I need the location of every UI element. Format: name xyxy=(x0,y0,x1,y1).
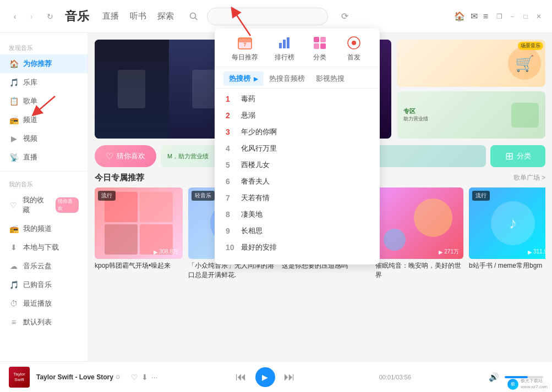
discover-icon xyxy=(345,35,363,51)
playlist-name-1: kpop韩团霸气开场•噪起来 xyxy=(95,261,183,270)
hot-item-6-title: 奢香夫人 xyxy=(241,176,270,186)
playlist-card-1[interactable]: 流行 ▶308.8万 kpop韩团霸气开场•噪起来 xyxy=(95,187,183,280)
hot-item-6[interactable]: 6 奢香夫人 xyxy=(215,173,380,190)
hot-item-7-title: 天若有情 xyxy=(241,193,270,203)
volume-icon[interactable]: 🔊 xyxy=(489,372,499,382)
sidebar-item-my-radio-label: 我的频道 xyxy=(23,224,52,234)
hot-item-5-title: 西楼儿女 xyxy=(241,160,270,170)
playlist-thumb-5: 流行 ▶311.9万 ♪ xyxy=(469,187,545,259)
refresh-button[interactable]: ↻ xyxy=(44,10,56,23)
sidebar-item-cloud-label: 音乐云盘 xyxy=(23,261,52,271)
mail-icon[interactable]: ✉ xyxy=(471,11,478,21)
sidebar-item-live[interactable]: 📡 直播 xyxy=(0,148,88,167)
svg-rect-9 xyxy=(283,40,286,48)
nav-link-audiobook[interactable]: 听书 xyxy=(130,11,146,21)
sidebar-item-favorites[interactable]: ♡ 我的收藏 猜你喜欢 xyxy=(0,191,88,219)
side-banners: 场景音乐 🛒 专区 助力营业绩 xyxy=(397,40,545,139)
sidebar: 发现音乐 🏠 为你推荐 🎵 乐库 📋 歌单 📻 频道 ▶ 视频 📡 直播 我的音… xyxy=(0,33,88,361)
rank-2: 2 xyxy=(226,111,236,120)
sidebar-item-default-list-label: 默认列表 xyxy=(23,317,52,327)
category-button[interactable]: ⊞ 分类 xyxy=(490,145,545,167)
section-link[interactable]: 歌单广场 > xyxy=(513,173,545,183)
dropdown-tab-rank[interactable]: 排行榜 xyxy=(275,35,294,62)
svg-text:7: 7 xyxy=(243,42,246,47)
playlist-name-4: 催眠纯音：晚安呐，美好的世界 xyxy=(375,261,463,280)
home-icon[interactable]: 🏠 xyxy=(454,11,465,21)
playlist-card-5[interactable]: 流行 ▶311.9万 ♪ b站手书 / meme常用bgm xyxy=(469,187,545,280)
search-input[interactable] xyxy=(207,8,328,25)
rank-7: 7 xyxy=(226,194,236,202)
sidebar-item-purchased-label: 已购音乐 xyxy=(23,280,52,290)
rank-9: 9 xyxy=(226,227,236,235)
hot-item-5[interactable]: 5 西楼儿女 xyxy=(215,157,380,173)
rank-1: 1 xyxy=(226,95,236,103)
hot-item-8[interactable]: 8 凄美地 xyxy=(215,206,380,223)
volume-slider[interactable] xyxy=(505,376,543,378)
rank-6: 6 xyxy=(226,177,236,186)
calendar-icon: 7 xyxy=(236,35,254,51)
search-icon-button[interactable] xyxy=(185,8,203,25)
dropdown-tab-category[interactable]: 分类 xyxy=(311,35,329,62)
dropdown-tabs: 7 每日推荐 排行榜 xyxy=(215,29,380,67)
hot-item-2[interactable]: 2 悬溺 xyxy=(215,107,380,124)
sidebar-item-purchased[interactable]: 🎵 已购音乐 xyxy=(0,275,88,294)
current-time: 00:01 xyxy=(379,374,395,380)
nav-links: 直播 听书 探索 xyxy=(102,11,174,21)
guess-button[interactable]: ♡ 猜你喜欢 xyxy=(95,145,156,167)
prev-button[interactable]: ⏮ xyxy=(236,371,247,383)
hot-item-1[interactable]: 1 毒药 xyxy=(215,91,380,107)
back-button[interactable]: ‹ xyxy=(9,10,21,23)
hot-item-3[interactable]: 3 年少的你啊 xyxy=(215,124,380,140)
dropdown-tab-daily[interactable]: 7 每日推荐 xyxy=(232,35,258,62)
download-button[interactable]: ⬇ xyxy=(141,373,148,382)
nav-link-explore[interactable]: 探索 xyxy=(157,11,174,21)
next-button[interactable]: ⏭ xyxy=(284,371,295,383)
side-banner-zone[interactable]: 专区 助力营业绩 xyxy=(397,91,545,139)
close-button[interactable]: ✕ xyxy=(534,12,543,21)
hot-item-10[interactable]: 10 最好的安排 xyxy=(215,239,380,256)
hot-item-4[interactable]: 4 化风行万里 xyxy=(215,140,380,157)
side-banner-scene[interactable]: 场景音乐 🛒 xyxy=(397,40,545,87)
rank-4: 4 xyxy=(226,144,236,153)
sidebar-item-playlist[interactable]: 📋 歌单 xyxy=(0,92,88,111)
sidebar-item-video[interactable]: ▶ 视频 xyxy=(0,129,88,148)
search-refresh-button[interactable]: ⟳ xyxy=(337,9,352,24)
banner-img-1[interactable] xyxy=(95,40,169,139)
category-label: 分类 xyxy=(517,151,531,161)
dropdown-tab-rank-label: 排行榜 xyxy=(275,53,294,62)
sidebar-item-local[interactable]: ⬇ 本地与下载 xyxy=(0,238,88,257)
sidebar-item-my-radio[interactable]: 📻 我的频道 xyxy=(0,219,88,238)
sidebar-item-recommend-label: 为你推荐 xyxy=(23,59,52,69)
maximize-button[interactable]: □ xyxy=(521,12,530,21)
nav-link-live[interactable]: 直播 xyxy=(102,11,119,21)
sidebar-item-library[interactable]: 🎵 乐库 xyxy=(0,73,88,92)
play-pause-button[interactable]: ▶ xyxy=(255,367,275,387)
dropdown-tab-discover-label: 首发 xyxy=(347,53,360,62)
sidebar-item-default-list[interactable]: ≡ 默认列表 xyxy=(0,313,88,332)
player-logo-watermark: 极 极光下载站www.xz7.com xyxy=(507,378,548,390)
dropdown-tab-discover[interactable]: 首发 xyxy=(345,35,363,62)
hot-tab-movie[interactable]: 影视热搜 xyxy=(310,71,350,86)
minimize-button[interactable]: － xyxy=(508,12,517,21)
rank-3: 3 xyxy=(226,128,236,136)
menu-icon[interactable]: ≡ xyxy=(483,12,488,21)
copy-button[interactable]: ❐ xyxy=(495,12,504,21)
sidebar-item-recent[interactable]: ⏱ 最近播放 xyxy=(0,294,88,313)
rank-10: 10 xyxy=(226,243,236,252)
svg-rect-11 xyxy=(314,37,319,42)
more-button[interactable]: ··· xyxy=(151,373,158,382)
hot-tab-audio[interactable]: 热搜音频榜 xyxy=(264,71,310,86)
hot-item-9[interactable]: 9 长相思 xyxy=(215,223,380,239)
local-icon: ⬇ xyxy=(9,243,19,252)
like-button[interactable]: ♡ xyxy=(131,373,138,382)
playlist-card-4[interactable]: ▶271万 催眠纯音：晚安呐，美好的世界 xyxy=(375,187,463,280)
section-title: 今日专属推荐 xyxy=(95,173,144,183)
hot-item-7[interactable]: 7 天若有情 xyxy=(215,190,380,206)
sidebar-item-recommend[interactable]: 🏠 为你推荐 xyxy=(0,54,88,73)
svg-rect-13 xyxy=(314,43,319,49)
sidebar-item-radio[interactable]: 📻 频道 xyxy=(0,111,88,129)
purchased-icon: 🎵 xyxy=(9,280,19,289)
sidebar-item-cloud[interactable]: ☁ 音乐云盘 xyxy=(0,257,88,275)
hot-tab-hot[interactable]: 热搜榜 ▶ xyxy=(223,71,264,86)
player-album-art: Taylor Swift xyxy=(9,367,30,388)
